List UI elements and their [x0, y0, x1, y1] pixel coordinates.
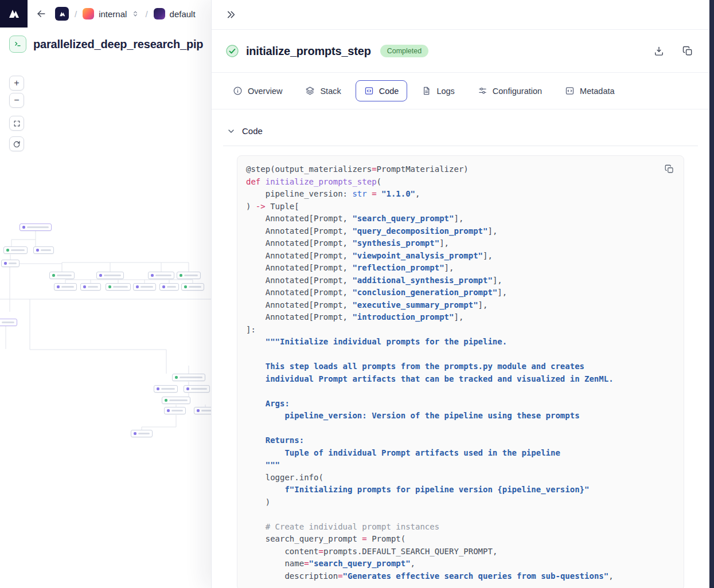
code-line: def initialize_prompts_step(	[246, 176, 675, 189]
code-line: Annotated[Prompt, "introduction_prompt"]…	[246, 311, 675, 324]
step-details-panel: initialize_prompts_step Completed	[211, 0, 709, 588]
tab-logs[interactable]: Logs	[413, 80, 463, 101]
code-line: Annotated[Prompt, "synthesis_prompt"],	[246, 237, 675, 250]
dag-node[interactable]	[33, 246, 54, 254]
terminal-icon	[9, 36, 26, 53]
collapse-panel-button[interactable]	[223, 7, 239, 22]
dag-node[interactable]	[184, 385, 210, 393]
header-actions	[651, 43, 696, 59]
back-button[interactable]	[33, 6, 49, 22]
code-line: Args:	[246, 398, 675, 410]
chevron-down-icon	[227, 127, 236, 136]
breadcrumb-separator: /	[145, 9, 147, 19]
code-line: Annotated[Prompt, "executive_summary_pro…	[246, 299, 675, 312]
code-line: Annotated[Prompt, "search_query_prompt"]…	[246, 213, 675, 225]
code-line: name="search_query_prompt",	[246, 558, 675, 570]
breadcrumb-workspace[interactable]: internal	[83, 8, 139, 19]
zenml-logo-icon	[7, 7, 21, 21]
chevron-up-down-icon[interactable]	[131, 10, 139, 18]
stack-icon	[305, 86, 315, 96]
code-line: Tuple of individual Prompt artifacts use…	[246, 447, 675, 460]
dag-node[interactable]	[3, 246, 28, 254]
code-line: Annotated[Prompt, "conclusion_generation…	[246, 287, 675, 299]
tab-overview[interactable]: Overview	[224, 80, 291, 101]
code-line	[246, 348, 675, 361]
code-section-header[interactable]: Code	[223, 116, 698, 146]
dag-node[interactable]	[96, 272, 124, 279]
code-section: Code @step(output_materializers=PromptMa…	[223, 116, 698, 588]
workspace-avatar	[83, 8, 94, 19]
zenml-mini-logo-icon	[58, 10, 66, 18]
code-content[interactable]: @step(output_materializers=PromptMateria…	[246, 163, 675, 582]
dag-node[interactable]	[49, 272, 75, 279]
project-name: default	[170, 9, 196, 19]
code-line: pipeline_version: Version of the pipelin…	[246, 410, 675, 422]
workspace-name: internal	[99, 9, 127, 19]
dag-node[interactable]	[159, 283, 179, 291]
code-line: Annotated[Prompt, "viewpoint_analysis_pr…	[246, 250, 675, 262]
fit-view-button[interactable]	[9, 116, 24, 131]
dag-node[interactable]	[148, 272, 174, 279]
code-icon	[364, 86, 374, 96]
copy-step-button[interactable]	[680, 43, 696, 59]
zenml-home-icon[interactable]	[55, 7, 69, 21]
tab-configuration[interactable]: Configuration	[469, 80, 551, 101]
download-icon	[653, 45, 665, 57]
metadata-icon	[565, 86, 575, 96]
dag-node[interactable]	[162, 397, 190, 404]
double-chevron-right-icon	[225, 9, 236, 20]
info-icon	[233, 86, 243, 96]
project-avatar	[154, 8, 165, 19]
dag-node[interactable]	[133, 283, 156, 291]
code-line: logger.info(	[246, 472, 675, 484]
status-badge: Completed	[380, 45, 428, 57]
tab-stack[interactable]: Stack	[296, 80, 349, 101]
dag-node[interactable]	[106, 283, 131, 291]
copy-icon	[664, 164, 674, 174]
dag-node[interactable]	[19, 224, 52, 231]
tab-metadata[interactable]: Metadata	[556, 80, 623, 101]
code-line: Annotated[Prompt, "query_decomposition_p…	[246, 225, 675, 238]
dag-node[interactable]	[54, 283, 77, 291]
zoom-out-button[interactable]: −	[9, 93, 24, 108]
app-window: / internal / default parallelized_deep_r…	[0, 0, 714, 588]
dag-node[interactable]	[80, 283, 101, 291]
dag-node[interactable]	[131, 430, 153, 437]
download-button[interactable]	[651, 43, 667, 59]
code-line: ) -> Tuple[	[246, 201, 675, 213]
code-copy-button[interactable]	[662, 162, 677, 177]
breadcrumb-project[interactable]: default	[154, 8, 196, 19]
code-line: f"Initializing prompts for pipeline vers…	[246, 484, 675, 496]
step-header: initialize_prompts_step Completed	[212, 30, 709, 73]
dag-node[interactable]	[1, 260, 19, 267]
code-line: """Initialize individual prompts for the…	[246, 336, 675, 348]
code-line: @step(output_materializers=PromptMateria…	[246, 163, 675, 176]
refresh-button[interactable]	[9, 136, 24, 151]
scrollbar[interactable]	[709, 0, 714, 588]
dag-node[interactable]	[177, 272, 201, 279]
code-line: pipeline_version: str = "1.1.0",	[246, 188, 675, 201]
breadcrumb-separator: /	[75, 9, 77, 19]
code-block: @step(output_materializers=PromptMateria…	[237, 155, 684, 588]
step-title: initialize_prompts_step	[246, 45, 371, 58]
code-line: Annotated[Prompt, "reflection_prompt"],	[246, 262, 675, 275]
logs-icon	[422, 86, 431, 96]
dag-node[interactable]	[164, 407, 186, 414]
panel-content: Code @step(output_materializers=PromptMa…	[212, 116, 709, 588]
dag-node[interactable]	[0, 319, 17, 326]
code-line: content=prompts.DEFAULT_SEARCH_QUERY_PRO…	[246, 546, 675, 558]
code-line: )	[246, 496, 675, 509]
canvas-controls: + −	[9, 76, 24, 151]
dag-node[interactable]	[181, 283, 204, 291]
zenml-logo[interactable]	[0, 0, 28, 28]
zoom-in-button[interactable]: +	[9, 76, 24, 91]
dag-node[interactable]	[172, 374, 205, 381]
code-line: # Create individual prompt instances	[246, 521, 675, 534]
panel-toolbar	[212, 0, 709, 30]
tab-code[interactable]: Code	[356, 80, 408, 101]
code-line: description="Generates effective search …	[246, 570, 675, 583]
configuration-icon	[478, 86, 487, 96]
copy-icon	[682, 45, 693, 57]
dag-node[interactable]	[154, 385, 178, 393]
code-section-body: @step(output_materializers=PromptMateria…	[223, 146, 698, 588]
